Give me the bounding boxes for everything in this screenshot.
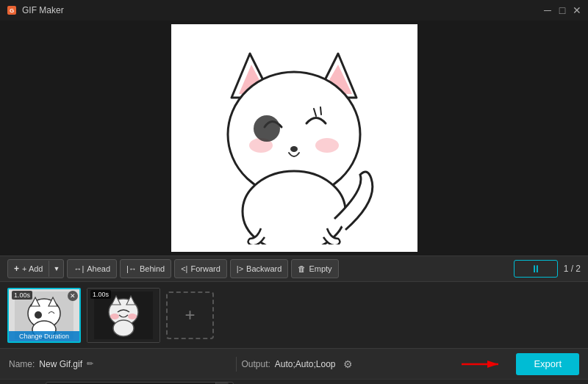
trash-icon: 🗑 [298,264,306,273]
svg-point-12 [290,146,298,152]
edit-name-button[interactable]: ✏ [87,359,93,369]
close-button[interactable]: ✕ [572,5,582,15]
film-frame-1[interactable]: 1.00s ✕ Change Duration [7,288,81,343]
toolbar: + + Add ▼ ↔| Ahead |↔ Behind <| Forward … [0,256,588,282]
behind-button[interactable]: |↔ Behind [120,259,171,278]
ahead-button[interactable]: ↔| Ahead [67,259,117,278]
divider [236,357,237,372]
title-bar: G GIF Maker ─ □ ✕ [0,0,588,21]
output-label: Output: [241,359,270,369]
preview-image [171,24,417,252]
filmstrip: 1.00s ✕ Change Duration 1.00s + [0,282,588,348]
app-icon: G [6,4,18,16]
add-button-main[interactable]: + + Add [8,261,49,277]
add-dropdown-arrow[interactable]: ▼ [49,262,63,275]
svg-point-11 [315,138,339,153]
name-value: New Gif.gif [39,359,82,369]
open-folder-button[interactable]: 📂 [238,382,254,385]
svg-point-22 [113,320,134,336]
add-frame-button[interactable]: + [166,291,214,339]
plus-icon: + [184,305,195,325]
forward-icon: <| [181,264,187,273]
saveto-bar: Save to: C:\Vidmore\Vidmore V... Convert… [0,379,588,384]
settings-button[interactable]: ⚙ [340,356,356,372]
film-frame-2[interactable]: 1.00s [87,288,160,343]
svg-text:G: G [10,7,14,14]
frame1-close-button[interactable]: ✕ [68,291,78,301]
page-indicator: 1 / 2 [564,264,581,274]
saveto-path[interactable]: C:\Vidmore\Vidmore V... Converter\GIF Ma… [46,382,234,385]
backward-icon: |> [237,264,243,273]
frame1-label[interactable]: Change Duration [9,331,79,341]
output-value: Auto;Auto;Loop [275,359,336,369]
app-title: GIF Maker [22,5,64,15]
minimize-button[interactable]: ─ [542,5,553,15]
arrow-indicator [462,357,506,372]
add-button-group[interactable]: + + Add ▼ [7,259,64,278]
frame1-duration: 1.00s [12,291,32,300]
preview-area [0,21,588,256]
name-label: Name: [9,359,35,369]
svg-point-25 [110,314,119,319]
pause-icon: ⏸ [531,263,541,275]
window-controls: ─ □ ✕ [542,5,582,15]
output-section: Output: Auto;Auto;Loop ⚙ [241,356,356,372]
svg-point-19 [35,311,42,319]
backward-button[interactable]: |> Backward [230,259,289,278]
bottom-bar: Name: New Gif.gif ✏ Output: Auto;Auto;Lo… [0,348,588,379]
add-icon: + [14,264,19,274]
empty-button[interactable]: 🗑 Empty [291,259,338,278]
forward-button[interactable]: <| Forward [174,259,227,278]
behind-icon: |↔ [126,264,137,273]
export-button[interactable]: Export [516,353,579,375]
svg-line-9 [320,107,321,115]
name-section: Name: New Gif.gif ✏ [9,359,232,369]
add-button-label: + Add [22,264,43,273]
pause-button[interactable]: ⏸ [514,260,558,278]
frame2-duration: 1.00s [90,290,111,299]
svg-point-26 [128,314,137,319]
maximize-button[interactable]: □ [557,5,567,15]
svg-point-13 [254,115,280,142]
ahead-icon: ↔| [74,264,84,273]
